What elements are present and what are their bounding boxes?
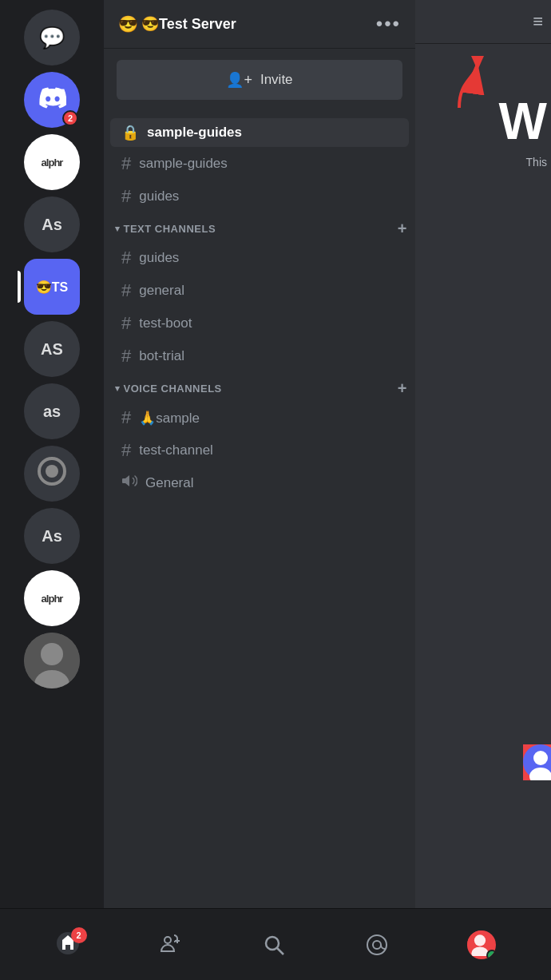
channel-item-general[interactable]: # general [110,275,409,307]
sidebar-item-discord[interactable]: 2 [24,72,80,128]
svg-point-16 [367,935,386,954]
right-panel-content: W This [415,44,551,980]
welcome-subtitle: This [526,156,547,169]
sidebar-item-as-bottom[interactable]: As [24,508,80,564]
sidebar-item-circle[interactable] [24,446,80,502]
sidebar-item-alphr-bottom[interactable]: alphr [24,570,80,626]
channel-name-bot-trial: bot-trial [139,348,184,364]
server-title: 😎 😎Test Server [118,14,236,34]
channel-name-sample-guides-active: sample-guides [147,125,242,141]
sidebar-item-as-lower[interactable]: as [24,383,80,439]
bottom-nav-home[interactable]: 2 [55,930,81,959]
channel-name-sample-voice: 🙏sample [139,410,200,427]
channel-name-guides-top: guides [139,188,179,204]
messages-icon: 💬 [39,26,65,50]
channel-list: 🔒 sample-guides # sample-guides # guides… [104,111,415,980]
channel-item-bot-trial[interactable]: # bot-trial [110,340,409,372]
server-sidebar: 💬 2 alphr As 😎TS AS as As al [0,0,104,980]
sidebar-item-as-dark[interactable]: AS [24,321,80,377]
friends-icon [158,932,184,958]
hash-icon-3: # [121,248,131,268]
sidebar-item-ts-active[interactable]: 😎TS [24,259,80,315]
voice-channels-chevron: ▾ [115,383,121,394]
text-channels-add-button[interactable]: + [398,220,407,238]
welcome-letter: W [499,92,547,151]
hash-icon-5: # [121,313,131,334]
svg-point-14 [266,937,279,950]
speaker-icon [121,473,137,493]
bottom-nav-friends[interactable] [158,932,184,958]
bottom-nav-search[interactable] [261,932,287,958]
channel-item-sample-guides-active[interactable]: 🔒 sample-guides [110,118,409,147]
bottom-nav: 2 [0,908,551,980]
server-emoji: 😎 [118,14,138,34]
channel-item-test-boot[interactable]: # test-boot [110,307,409,339]
as-bottom-label: As [42,527,62,546]
as-dark-label: AS [41,340,63,359]
voice-channels-header[interactable]: ▾ VOICE CHANNELS + [104,373,415,401]
text-channels-chevron: ▾ [115,224,121,234]
home-badge: 2 [71,927,87,943]
hash-icon-4: # [121,280,131,301]
circle-icon-inner [36,455,68,492]
voice-channels-add-button[interactable]: + [398,379,407,398]
mentions-icon [364,932,390,958]
hash-icon-1: # [121,153,131,174]
as-label: As [42,216,62,234]
hash-icon-6: # [121,346,131,367]
channel-item-guides-top[interactable]: # guides [110,181,409,212]
svg-point-19 [474,934,486,946]
svg-point-17 [373,941,381,949]
channel-name-test-boot: test-boot [139,315,192,331]
svg-line-15 [277,948,283,954]
svg-point-3 [41,643,63,665]
server-name-text: 😎Test Server [141,15,236,33]
bottom-nav-profile[interactable] [467,930,496,959]
hash-icon-2: # [121,186,131,207]
voice-channels-label: VOICE CHANNELS [124,383,398,395]
invite-button[interactable]: 👤+ Invite [117,60,402,100]
alphr-bottom-label: alphr [42,593,63,605]
invite-label: Invite [260,72,293,88]
channel-name-general-voice: General [145,475,193,491]
svg-point-1 [46,465,58,478]
right-panel-header: ≡ [415,0,551,44]
user-avatar-right [523,744,551,780]
discord-badge: 2 [62,110,78,126]
more-options-button[interactable]: ••• [376,13,401,35]
sidebar-item-as[interactable]: As [24,196,80,252]
svg-rect-11 [65,945,70,950]
sidebar-item-messages[interactable]: 💬 [24,10,80,65]
hash-icon-8: # [121,440,131,461]
discord-icon [38,83,66,117]
channel-name-sample-guides: sample-guides [139,156,228,172]
alphr-top-label: alphr [42,157,63,169]
invite-icon: 👤+ [226,71,252,89]
channel-name-guides: guides [139,250,179,266]
channel-item-general-voice[interactable]: General [110,467,409,498]
sidebar-item-alphr-top[interactable]: alphr [24,134,80,190]
search-icon [261,932,287,958]
hash-icon-7: # [121,407,131,428]
channel-item-sample-voice[interactable]: # 🙏sample [110,402,409,434]
channel-item-guides[interactable]: # guides [110,242,409,274]
channel-item-sample-guides[interactable]: # sample-guides [110,148,409,180]
bottom-nav-mentions[interactable] [364,932,390,958]
server-header: 😎 😎Test Server ••• [104,0,415,49]
hamburger-icon[interactable]: ≡ [533,11,543,32]
channel-name-general: general [139,283,184,299]
as-lower-label: as [43,403,61,421]
text-channels-label: TEXT CHANNELS [124,223,398,235]
channel-name-test-channel: test-channel [139,442,213,458]
svg-point-8 [533,751,548,765]
hash-lock-icon: 🔒 [121,124,139,141]
text-channels-header[interactable]: ▾ TEXT CHANNELS + [104,213,415,241]
ts-label: 😎TS [36,280,68,295]
right-panel: ≡ W This [415,0,551,980]
sidebar-item-avatar[interactable] [24,633,80,688]
channel-item-test-channel[interactable]: # test-channel [110,434,409,466]
channel-sidebar: 😎 😎Test Server ••• [104,0,415,980]
